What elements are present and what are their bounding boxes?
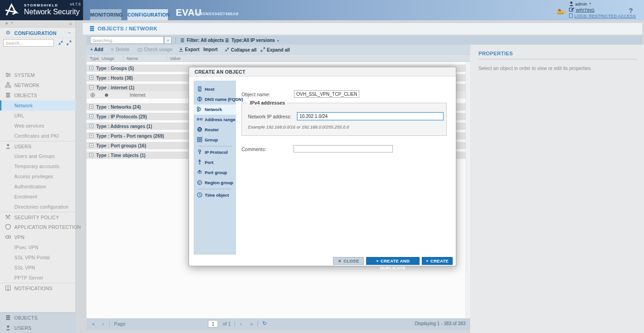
- favorites-caret-icon[interactable]: ▾: [11, 21, 13, 25]
- next-page-icon[interactable]: ›: [240, 321, 242, 327]
- page-title-bar: OBJECTS / NETWORK: [83, 23, 642, 35]
- expand-toggle-icon[interactable]: +: [89, 153, 93, 157]
- menu-item-port[interactable]: Port: [194, 158, 236, 168]
- port-icon: [197, 159, 202, 165]
- object-search-input[interactable]: [90, 36, 164, 44]
- sidebar-item-temporary-accounts[interactable]: Temporary accounts: [0, 161, 76, 171]
- configuration-header[interactable]: ⚙ CONFIGURATION −: [0, 28, 75, 38]
- create-and-duplicate-button[interactable]: +CREATE AND DUPLICATE: [366, 257, 420, 265]
- network-ip-input[interactable]: [297, 112, 443, 120]
- sidebar-collapse-icon[interactable]: «: [69, 21, 72, 26]
- sidebar-search-input[interactable]: [3, 39, 54, 47]
- sidebar-item-certificates[interactable]: Certificates and PKI: [0, 131, 76, 141]
- object-name-input[interactable]: [294, 90, 359, 98]
- cross-icon: ✕: [110, 47, 114, 52]
- shield-icon: [5, 224, 11, 230]
- sidebar-item-web-services[interactable]: Web services: [0, 121, 76, 131]
- sidebar-item-system[interactable]: SYSTEM: [0, 70, 76, 80]
- expand-toggle-icon[interactable]: +: [89, 143, 93, 147]
- menu-item-time-object[interactable]: Time object: [194, 190, 236, 200]
- add-button[interactable]: +Add: [90, 47, 103, 52]
- bottom-tab-users[interactable]: USERS: [0, 323, 76, 333]
- column-type[interactable]: Type: [90, 56, 99, 61]
- favorites-star-icon[interactable]: ★: [5, 21, 9, 26]
- create-button[interactable]: +CREATE: [422, 257, 453, 265]
- user-menu[interactable]: admin ▾: [569, 1, 636, 6]
- sidebar-item-ssl-vpn-portal[interactable]: SSL VPN Portal: [0, 252, 76, 263]
- menu-item-group[interactable]: Group: [194, 135, 236, 145]
- collapse-minus-icon[interactable]: −: [68, 29, 71, 36]
- writing-mode-link[interactable]: WRITING: [569, 7, 636, 12]
- expand-toggle-icon[interactable]: +: [89, 134, 93, 138]
- sidebar-item-pptp-server[interactable]: PPTP Server: [0, 273, 76, 283]
- sidebar-item-enrolment[interactable]: Enrolment: [0, 192, 76, 202]
- column-name[interactable]: Name: [126, 56, 138, 61]
- filter-objects-label: Filter: All objects: [187, 38, 224, 43]
- sidebar-item-users-section[interactable]: USERS: [0, 141, 76, 151]
- menu-item-ip-protocol[interactable]: IP Protocol: [194, 147, 236, 158]
- last-page-icon[interactable]: »: [250, 321, 253, 327]
- bottom-tab-objects[interactable]: OBJECTS: [0, 313, 76, 323]
- filter-objects-dropdown[interactable]: Filter: All objects▾: [180, 38, 228, 43]
- sidebar-item-ssl-vpn[interactable]: SSL VPN: [0, 263, 76, 273]
- sidebar-item-network-section[interactable]: NETWORK: [0, 80, 76, 90]
- help-icon[interactable]: ?: [629, 6, 633, 14]
- sidebar-item-users-groups[interactable]: Users and Groups: [0, 151, 76, 161]
- menu-item-network[interactable]: Network: [194, 105, 236, 115]
- first-page-icon[interactable]: «: [92, 321, 95, 327]
- maintenance-excavator-icon[interactable]: [555, 7, 567, 15]
- tab-configuration[interactable]: CONFIGURATION: [127, 9, 168, 20]
- usage-indicator: [105, 93, 108, 97]
- collapse-all-button[interactable]: Collapse all: [224, 47, 257, 53]
- menu-item-router[interactable]: Router: [194, 125, 236, 135]
- tab-monitoring[interactable]: MONITORING: [90, 9, 121, 20]
- check-usage-button[interactable]: Check usage: [137, 47, 172, 52]
- sidebar-item-vpn[interactable]: VPN: [0, 232, 76, 242]
- collapse-tree-icon[interactable]: [58, 40, 63, 46]
- sidebar-item-ipsec-vpn[interactable]: IPsec VPN: [0, 242, 76, 252]
- menu-item-address-range[interactable]: Address range: [194, 115, 236, 125]
- sidebar-item-access-privileges[interactable]: Access privileges: [0, 171, 76, 181]
- sidebar-item-url[interactable]: URL: [0, 111, 76, 121]
- clear-search-icon[interactable]: x: [164, 36, 172, 44]
- export-button[interactable]: Export: [178, 47, 200, 52]
- prev-page-icon[interactable]: ‹: [102, 321, 104, 327]
- sidebar-item-notifications[interactable]: NOTIFICATIONS: [0, 283, 76, 293]
- page-number-input[interactable]: [208, 320, 218, 327]
- import-button[interactable]: Import: [203, 47, 218, 52]
- sidebar-item-objects-section[interactable]: OBJECTS: [0, 90, 76, 100]
- sidebar-item-application-protection[interactable]: APPLICATION PROTECTION: [0, 222, 76, 232]
- database-icon: [5, 92, 11, 98]
- ipv4-addresses-fieldset: IPv4 addresses Network IP address: Examp…: [242, 103, 447, 136]
- expand-tree-icon[interactable]: [66, 40, 72, 46]
- refresh-icon[interactable]: ↻: [262, 320, 267, 327]
- menu-item-host[interactable]: Host: [194, 84, 236, 94]
- router-icon: [197, 127, 202, 132]
- expand-toggle-icon[interactable]: +: [89, 76, 93, 80]
- logs-access-link[interactable]: LOGS: RESTRICTED ACCESS: [569, 13, 636, 18]
- close-button[interactable]: ✕CLOSE: [333, 257, 364, 265]
- column-value[interactable]: Value: [170, 56, 181, 61]
- sidebar-item-network[interactable]: Network: [0, 100, 76, 111]
- filter-type-dropdown[interactable]: Type:All IP versions▾: [224, 38, 279, 43]
- expand-toggle-icon[interactable]: +: [89, 66, 93, 70]
- expand-toggle-icon[interactable]: +: [89, 114, 93, 118]
- address-range-icon: [197, 117, 202, 122]
- properties-title: PROPERTIES: [478, 51, 638, 59]
- clock-icon: [197, 192, 202, 198]
- sidebar-item-authentication[interactable]: Authentication: [0, 181, 76, 192]
- sidebar-item-directories[interactable]: Directories configuration: [0, 202, 76, 212]
- comments-input[interactable]: [293, 145, 393, 152]
- expand-all-button[interactable]: Expand all: [260, 47, 290, 53]
- sidebar-item-security-policy[interactable]: SECURITY POLICY: [0, 212, 76, 222]
- expand-toggle-icon[interactable]: +: [89, 124, 93, 128]
- table-scrollbar[interactable]: [466, 62, 470, 318]
- expand-toggle-icon[interactable]: −: [89, 85, 93, 89]
- export-icon: [178, 47, 184, 52]
- menu-item-port-group[interactable]: Port group: [194, 168, 236, 178]
- column-usage[interactable]: Usage: [102, 56, 114, 61]
- menu-item-dns-name[interactable]: DNS name (FQDN): [194, 94, 236, 105]
- delete-button[interactable]: ✕Delete: [110, 47, 129, 52]
- menu-item-region-group[interactable]: Region group: [194, 178, 236, 188]
- expand-toggle-icon[interactable]: +: [89, 105, 93, 109]
